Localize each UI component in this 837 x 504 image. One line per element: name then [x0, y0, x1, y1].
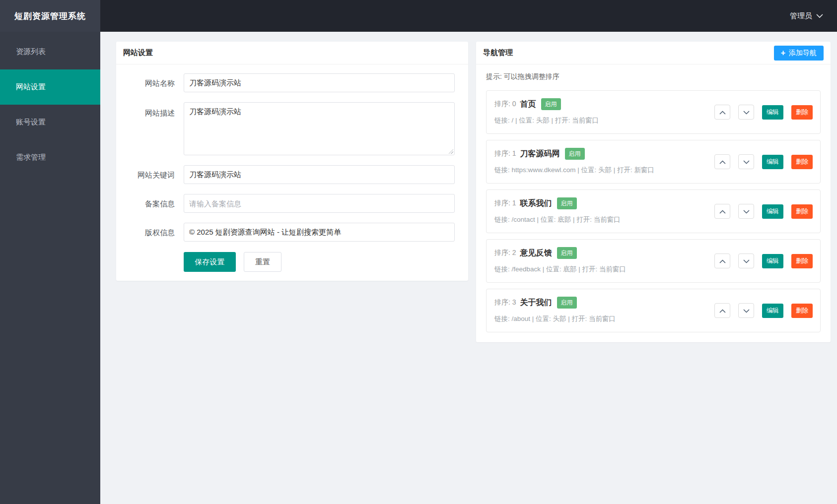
chevron-up-icon [719, 307, 726, 315]
sidebar: 资源列表 网站设置 账号设置 需求管理 [0, 32, 100, 504]
nav-hint: 提示: 可以拖拽调整排序 [486, 72, 821, 81]
site-keywords-label: 网站关键词 [122, 165, 175, 184]
status-badge: 启用 [557, 297, 577, 309]
sidebar-item-resource-list[interactable]: 资源列表 [0, 34, 100, 69]
chevron-up-icon [719, 257, 726, 265]
nav-title: 联系我们 [520, 198, 552, 209]
move-up-button[interactable] [714, 105, 730, 120]
edit-button[interactable]: 编辑 [762, 254, 783, 268]
icp-label: 备案信息 [122, 194, 175, 213]
move-down-button[interactable] [738, 204, 754, 219]
chevron-down-icon [743, 257, 750, 265]
page: 短剧资源管理系统 管理员 资源列表 网站设置 账号设置 需求管理 网站设置 [0, 0, 837, 504]
chevron-down-icon [743, 208, 750, 215]
move-up-button[interactable] [714, 253, 730, 268]
nav-management-title: 导航管理 [483, 48, 513, 58]
delete-button[interactable]: 删除 [791, 105, 813, 120]
site-name-input[interactable] [184, 73, 455, 92]
form-row-copyright: 版权信息 [122, 223, 455, 242]
delete-button[interactable]: 删除 [791, 204, 813, 219]
nav-title: 关于我们 [520, 298, 552, 308]
sidebar-item-site-settings[interactable]: 网站设置 [0, 69, 100, 105]
site-settings-card: 网站设置 网站名称 网站描述 刀客源码演示站 网站关键词 备案信息 [116, 42, 468, 281]
site-description-label: 网站描述 [122, 102, 175, 155]
chevron-up-icon [719, 208, 726, 215]
copyright-label: 版权信息 [122, 223, 175, 242]
nav-title: 意见反馈 [520, 248, 552, 258]
reset-button[interactable]: 重置 [244, 252, 281, 272]
site-settings-title: 网站设置 [123, 48, 153, 58]
sidebar-item-demand-management[interactable]: 需求管理 [0, 140, 100, 175]
move-up-button[interactable] [714, 154, 730, 169]
chevron-down-icon [743, 109, 750, 116]
chevron-down-icon [816, 14, 823, 18]
status-badge: 启用 [541, 98, 561, 110]
form-row-icp: 备案信息 [122, 194, 455, 213]
add-nav-button[interactable]: + 添加导航 [774, 46, 824, 61]
edit-button[interactable]: 编辑 [762, 204, 783, 219]
app-title: 短剧资源管理系统 [14, 10, 86, 22]
sidebar-item-label: 账号设置 [16, 118, 46, 127]
nav-item-contact[interactable]: 排序: 1 联系我们 启用 链接: /contact | 位置: 底部 | 打开… [486, 189, 821, 233]
user-menu[interactable]: 管理员 [790, 0, 823, 32]
chevron-up-icon [719, 158, 726, 166]
form-buttons: 保存设置 重置 [184, 252, 455, 272]
copyright-input[interactable] [184, 223, 455, 242]
move-down-button[interactable] [738, 105, 754, 120]
user-menu-label: 管理员 [790, 11, 812, 21]
site-settings-card-header: 网站设置 [116, 42, 468, 64]
sidebar-item-account-settings[interactable]: 账号设置 [0, 105, 100, 140]
status-badge: 启用 [565, 148, 585, 160]
sidebar-item-label: 需求管理 [16, 153, 46, 162]
site-settings-form: 网站名称 网站描述 刀客源码演示站 网站关键词 备案信息 版权信息 [116, 64, 468, 281]
chevron-up-icon [719, 109, 726, 116]
delete-button[interactable]: 删除 [791, 304, 813, 318]
nav-item-feedback[interactable]: 排序: 2 意见反馈 启用 链接: /feedback | 位置: 底部 | 打… [486, 239, 821, 283]
delete-button[interactable]: 删除 [791, 155, 813, 169]
form-row-site-keywords: 网站关键词 [122, 165, 455, 184]
site-keywords-input[interactable] [184, 165, 455, 184]
delete-button[interactable]: 删除 [791, 254, 813, 268]
chevron-down-icon [743, 158, 750, 166]
site-description-textarea[interactable]: 刀客源码演示站 [184, 102, 455, 155]
sidebar-item-label: 资源列表 [16, 47, 46, 57]
app-logo: 短剧资源管理系统 [0, 0, 100, 32]
form-row-site-description: 网站描述 刀客源码演示站 [122, 102, 455, 155]
edit-button[interactable]: 编辑 [762, 105, 783, 120]
nav-order: 排序: 3 [494, 298, 516, 307]
nav-item-home[interactable]: 排序: 0 首页 启用 链接: / | 位置: 头部 | 打开: 当前窗口 编辑… [486, 90, 821, 134]
site-name-label: 网站名称 [122, 73, 175, 92]
status-badge: 启用 [557, 247, 577, 259]
move-down-button[interactable] [738, 154, 754, 169]
nav-management-card: 导航管理 + 添加导航 提示: 可以拖拽调整排序 排序: 0 首页 启用 链接:… [476, 42, 831, 342]
site-description-wrap: 刀客源码演示站 [184, 102, 455, 155]
nav-order: 排序: 1 [494, 199, 516, 208]
nav-title: 首页 [520, 99, 536, 110]
sidebar-item-label: 网站设置 [16, 82, 46, 92]
edit-button[interactable]: 编辑 [762, 155, 783, 169]
nav-item-about[interactable]: 排序: 3 关于我们 启用 链接: /about | 位置: 头部 | 打开: … [486, 289, 821, 332]
save-settings-button[interactable]: 保存设置 [184, 252, 236, 272]
move-up-button[interactable] [714, 204, 730, 219]
nav-management-card-header: 导航管理 + 添加导航 [476, 42, 831, 64]
chevron-down-icon [743, 307, 750, 315]
nav-item-dkewl[interactable]: 排序: 1 刀客源码网 启用 链接: https:www.dkewl.com |… [486, 140, 821, 184]
icp-input[interactable] [184, 194, 455, 213]
form-row-site-name: 网站名称 [122, 73, 455, 92]
move-up-button[interactable] [714, 303, 730, 318]
move-down-button[interactable] [738, 253, 754, 268]
topbar: 短剧资源管理系统 管理员 [0, 0, 837, 32]
add-nav-button-label: 添加导航 [789, 49, 817, 58]
nav-order: 排序: 2 [494, 249, 516, 257]
status-badge: 启用 [557, 197, 577, 209]
move-down-button[interactable] [738, 303, 754, 318]
nav-order: 排序: 0 [494, 100, 516, 109]
nav-order: 排序: 1 [494, 149, 516, 158]
plus-icon: + [781, 49, 785, 57]
nav-title: 刀客源码网 [520, 149, 560, 159]
nav-list: 提示: 可以拖拽调整排序 排序: 0 首页 启用 链接: / | 位置: 头部 … [476, 64, 831, 342]
edit-button[interactable]: 编辑 [762, 304, 783, 318]
